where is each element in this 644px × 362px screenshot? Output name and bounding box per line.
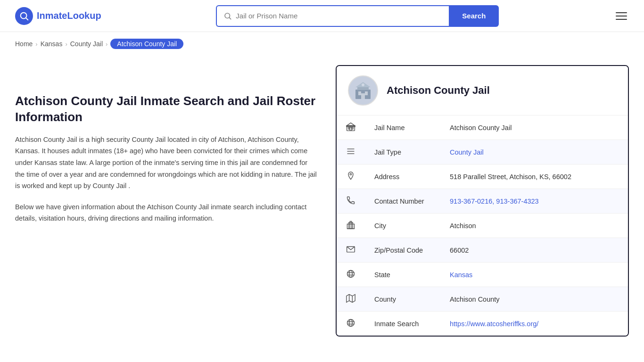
right-column: Atchison County Jail Jail NameAtchison C…	[336, 65, 629, 337]
row-value: Atchison County	[440, 287, 628, 312]
svg-rect-13	[352, 127, 354, 129]
svg-rect-22	[349, 222, 353, 229]
row-label: Address	[365, 165, 440, 189]
row-icon	[337, 287, 365, 312]
row-label: State	[365, 263, 440, 287]
row-value: 518 Parallel Street, Atchison, KS, 66002	[440, 165, 628, 189]
info-card: Atchison County Jail Jail NameAtchison C…	[336, 65, 629, 337]
description-1: Atchison County Jail is a high security …	[15, 134, 317, 192]
row-icon	[337, 140, 365, 165]
row-icon	[337, 189, 365, 214]
svg-rect-8	[357, 87, 369, 90]
svg-rect-14	[350, 127, 351, 131]
row-value[interactable]: https://www.atcosheriffks.org/	[440, 312, 628, 336]
table-row: Address518 Parallel Street, Atchison, KS…	[337, 165, 628, 189]
row-label: Jail Type	[365, 140, 440, 165]
svg-point-33	[347, 320, 355, 327]
logo-icon	[15, 7, 33, 25]
row-value: Atchison County Jail	[440, 115, 628, 140]
svg-line-3	[230, 17, 231, 19]
row-value[interactable]: County Jail	[440, 140, 628, 165]
left-column: Atchison County Jail Inmate Search and J…	[15, 65, 317, 337]
svg-rect-21	[347, 224, 355, 229]
hamburger-menu[interactable]	[614, 8, 629, 24]
table-row: CityAtchison	[337, 214, 628, 238]
row-value: 66002	[440, 238, 628, 263]
row-link[interactable]: Kansas	[450, 271, 472, 279]
table-row: Contact Number913-367-0216, 913-367-4323	[337, 189, 628, 214]
row-icon	[337, 214, 365, 238]
svg-point-27	[349, 271, 353, 278]
info-table: Jail NameAtchison County JailJail TypeCo…	[337, 115, 628, 336]
svg-rect-5	[358, 91, 361, 95]
site-header: InmateLookup Search	[0, 0, 644, 32]
logo-link[interactable]: InmateLookup	[15, 7, 101, 25]
table-row: Jail NameAtchison County Jail	[337, 115, 628, 140]
page-title: Atchison County Jail Inmate Search and J…	[15, 93, 317, 125]
row-link[interactable]: https://www.atcosheriffks.org/	[450, 320, 538, 328]
row-label: Inmate Search	[365, 312, 440, 336]
search-bar: Search	[216, 5, 499, 27]
hamburger-line-3	[616, 19, 627, 20]
row-label: Zip/Postal Code	[365, 238, 440, 263]
row-value: Atchison	[440, 214, 628, 238]
hamburger-line-1	[616, 12, 627, 13]
row-label: County	[365, 287, 440, 312]
search-input-wrapper	[216, 5, 449, 27]
hamburger-line-2	[616, 16, 627, 16]
row-label: Jail Name	[365, 115, 440, 140]
svg-rect-6	[365, 91, 368, 95]
jail-avatar	[348, 75, 378, 106]
table-row: CountyAtchison County	[337, 287, 628, 312]
row-label: Contact Number	[365, 189, 440, 214]
chevron-icon-1: ›	[35, 41, 37, 48]
breadcrumb-type[interactable]: County Jail	[70, 40, 103, 48]
search-button[interactable]: Search	[449, 5, 499, 27]
row-icon	[337, 115, 365, 140]
svg-marker-16	[347, 123, 355, 126]
search-input[interactable]	[236, 12, 442, 20]
row-icon	[337, 263, 365, 287]
svg-rect-7	[361, 93, 365, 99]
row-icon	[337, 165, 365, 189]
breadcrumb: Home › Kansas › County Jail › Atchison C…	[0, 32, 644, 56]
svg-line-1	[26, 18, 28, 20]
svg-rect-12	[348, 127, 350, 129]
row-link[interactable]: County Jail	[450, 148, 484, 156]
description-2: Below we have given information about th…	[15, 201, 317, 224]
table-row: StateKansas	[337, 263, 628, 287]
svg-point-34	[349, 320, 353, 327]
table-row: Zip/Postal Code66002	[337, 238, 628, 263]
search-icon	[223, 12, 232, 20]
logo-text: InmateLookup	[37, 10, 101, 21]
row-label: City	[365, 214, 440, 238]
chevron-icon-2: ›	[65, 41, 67, 48]
row-icon	[337, 312, 365, 336]
breadcrumb-current: Atchison County Jail	[110, 39, 183, 49]
card-header: Atchison County Jail	[337, 66, 628, 115]
row-value[interactable]: Kansas	[440, 263, 628, 287]
breadcrumb-home[interactable]: Home	[15, 40, 33, 48]
breadcrumb-state[interactable]: Kansas	[41, 40, 63, 48]
svg-point-20	[350, 173, 351, 175]
svg-point-26	[347, 271, 355, 278]
row-value[interactable]: 913-367-0216, 913-367-4323	[440, 189, 628, 214]
svg-rect-10	[362, 83, 364, 86]
table-row: Inmate Searchhttps://www.atcosheriffks.o…	[337, 312, 628, 336]
svg-marker-30	[347, 295, 355, 303]
table-row: Jail TypeCounty Jail	[337, 140, 628, 165]
main-content: Atchison County Jail Inmate Search and J…	[0, 56, 644, 355]
row-icon	[337, 238, 365, 263]
card-title: Atchison County Jail	[387, 84, 490, 97]
chevron-icon-3: ›	[106, 41, 107, 48]
row-link[interactable]: 913-367-0216, 913-367-4323	[450, 197, 539, 205]
